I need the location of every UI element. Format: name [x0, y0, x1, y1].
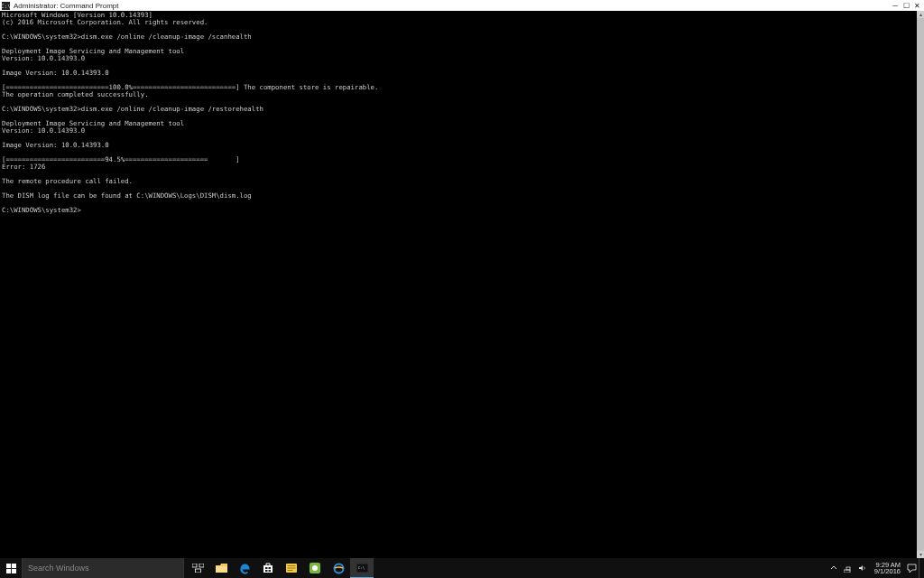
windows-logo-icon: [6, 564, 16, 573]
terminal-line: Deployment Image Servicing and Managemen…: [2, 48, 915, 55]
terminal-line: Version: 10.0.14393.0: [2, 55, 915, 62]
scroll-thumb[interactable]: [917, 18, 924, 551]
action-center-icon: [907, 564, 917, 573]
terminal-line: [2, 62, 915, 70]
scrollbar-vertical[interactable]: ▴ ▾: [917, 11, 924, 558]
file-explorer-button[interactable]: [209, 558, 233, 578]
svg-rect-7: [216, 566, 227, 573]
svg-rect-1: [11, 564, 15, 568]
network-icon[interactable]: [844, 564, 853, 573]
svg-rect-3: [11, 568, 15, 573]
terminal-line: Version: 10.0.14393.0: [2, 127, 915, 135]
system-tray[interactable]: [826, 564, 871, 573]
start-button[interactable]: [0, 558, 22, 578]
terminal-line: [2, 135, 915, 142]
svg-rect-14: [288, 565, 296, 566]
terminal-line: C:\WINDOWS\system32>dism.exe /online /cl…: [2, 106, 915, 113]
scroll-up-arrow[interactable]: ▴: [917, 11, 924, 18]
ie-icon: [333, 563, 345, 574]
edge-button[interactable]: [233, 558, 256, 578]
svg-rect-5: [199, 564, 204, 567]
title-bar: C:\ Administrator: Command Prompt ─ ☐ ✕: [0, 0, 924, 11]
app-icon: [286, 564, 297, 573]
taskbar-app-2[interactable]: [303, 558, 327, 578]
show-desktop-button[interactable]: [919, 558, 924, 578]
terminal-content[interactable]: Microsoft Windows [Version 10.0.14393](c…: [0, 11, 917, 558]
edge-icon: [239, 563, 251, 574]
svg-rect-15: [288, 568, 296, 569]
terminal-line: Error: 1726: [2, 163, 915, 171]
terminal-line: The remote procedure call failed.: [2, 178, 915, 185]
svg-rect-11: [265, 570, 268, 572]
cmd-taskbar-icon: C:\: [356, 564, 368, 573]
tray-chevron-icon[interactable]: [829, 564, 838, 573]
store-icon: [263, 563, 273, 573]
terminal-line: (c) 2016 Microsoft Corporation. All righ…: [2, 19, 915, 26]
svg-rect-10: [269, 567, 272, 569]
terminal-line: [2, 200, 915, 207]
svg-rect-0: [6, 564, 11, 568]
taskbar-icons: C:\: [186, 558, 374, 578]
svg-point-19: [334, 564, 343, 573]
svg-rect-22: [844, 570, 850, 573]
svg-rect-8: [263, 565, 273, 573]
minimize-button[interactable]: ─: [890, 0, 901, 11]
date-text: 9/1/2016: [874, 568, 901, 575]
terminal-line: The operation completed successfully.: [2, 91, 915, 98]
terminal-line: [2, 171, 915, 178]
task-view-button[interactable]: [186, 558, 209, 578]
close-button[interactable]: ✕: [911, 0, 922, 11]
app-icon-2: [310, 563, 320, 573]
volume-icon[interactable]: [858, 564, 867, 573]
cmd-icon: C:\: [2, 2, 10, 10]
search-input[interactable]: Search Windows: [22, 558, 184, 578]
scroll-down-arrow[interactable]: ▾: [917, 551, 924, 558]
svg-rect-9: [265, 567, 268, 569]
maximize-button[interactable]: ☐: [901, 0, 911, 11]
action-center-button[interactable]: [904, 558, 919, 578]
svg-rect-16: [288, 570, 293, 571]
terminal-line: [=========================94.5%=========…: [2, 156, 915, 163]
store-button[interactable]: [256, 558, 280, 578]
taskbar-app-1[interactable]: [280, 558, 303, 578]
taskbar: Search Windows: [0, 558, 924, 578]
svg-rect-12: [269, 570, 272, 572]
terminal-area: Microsoft Windows [Version 10.0.14393](c…: [0, 11, 924, 558]
window-controls: ─ ☐ ✕: [890, 0, 922, 11]
terminal-line: C:\WINDOWS\system32>dism.exe /online /cl…: [2, 33, 915, 41]
terminal-line: Image Version: 10.0.14393.0: [2, 142, 915, 149]
svg-point-18: [312, 565, 318, 571]
svg-rect-4: [192, 564, 197, 567]
terminal-line: C:\WINDOWS\system32>: [2, 207, 915, 214]
clock[interactable]: 9:29 AM 9/1/2016: [871, 562, 904, 575]
terminal-line: The DISM log file can be found at C:\WIN…: [2, 192, 915, 200]
terminal-line: Image Version: 10.0.14393.0: [2, 70, 915, 77]
task-view-icon: [192, 564, 204, 573]
svg-text:C:\: C:\: [358, 565, 365, 570]
svg-rect-2: [6, 568, 11, 573]
folder-icon: [216, 564, 227, 573]
svg-rect-6: [195, 569, 200, 573]
internet-explorer-button[interactable]: [327, 558, 350, 578]
cmd-taskbar-button[interactable]: C:\: [350, 558, 374, 578]
terminal-line: Deployment Image Servicing and Managemen…: [2, 120, 915, 127]
svg-rect-23: [846, 567, 850, 570]
search-placeholder: Search Windows: [28, 564, 89, 573]
window-title: Administrator: Command Prompt: [14, 2, 890, 10]
